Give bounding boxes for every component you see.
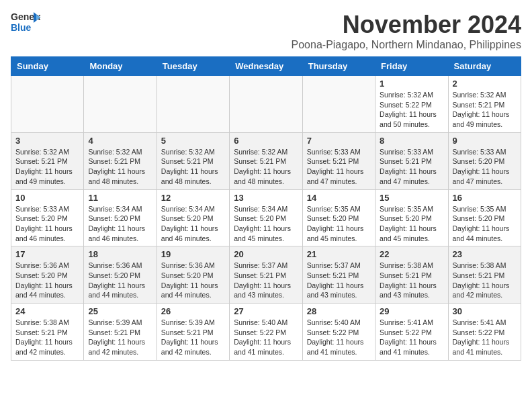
weekday-header-sunday: Sunday (11, 57, 84, 76)
calendar-day-cell: 28Sunrise: 5:40 AM Sunset: 5:22 PM Dayli… (302, 304, 375, 361)
day-number: 23 (453, 249, 517, 259)
day-info: Sunrise: 5:32 AM Sunset: 5:21 PM Dayligh… (161, 147, 225, 187)
day-info: Sunrise: 5:32 AM Sunset: 5:21 PM Dayligh… (88, 147, 152, 187)
day-info: Sunrise: 5:38 AM Sunset: 5:21 PM Dayligh… (453, 261, 517, 300)
day-number: 20 (234, 249, 298, 259)
day-number: 29 (380, 306, 443, 316)
day-info: Sunrise: 5:32 AM Sunset: 5:21 PM Dayligh… (15, 147, 79, 187)
calendar-week-4: 17Sunrise: 5:36 AM Sunset: 5:20 PM Dayli… (11, 246, 521, 304)
day-number: 4 (88, 136, 152, 146)
day-info: Sunrise: 5:36 AM Sunset: 5:20 PM Dayligh… (15, 261, 79, 300)
calendar-table: SundayMondayTuesdayWednesdayThursdayFrid… (11, 56, 521, 361)
day-info: Sunrise: 5:39 AM Sunset: 5:21 PM Dayligh… (161, 318, 225, 357)
title-section: November 2024 Poona-Piagapo, Northern Mi… (292, 11, 521, 51)
calendar-header-row: SundayMondayTuesdayWednesdayThursdayFrid… (11, 57, 521, 76)
calendar-day-cell: 29Sunrise: 5:41 AM Sunset: 5:22 PM Dayli… (375, 304, 448, 361)
calendar-day-cell: 1Sunrise: 5:32 AM Sunset: 5:22 PM Daylig… (375, 76, 448, 133)
calendar-day-cell: 9Sunrise: 5:33 AM Sunset: 5:20 PM Daylig… (448, 132, 521, 189)
day-info: Sunrise: 5:32 AM Sunset: 5:21 PM Dayligh… (234, 147, 298, 187)
day-number: 14 (307, 193, 371, 203)
calendar-day-cell: 14Sunrise: 5:35 AM Sunset: 5:20 PM Dayli… (302, 189, 375, 246)
day-number: 25 (88, 306, 152, 316)
day-number: 6 (234, 136, 298, 146)
day-number: 7 (307, 136, 371, 146)
day-info: Sunrise: 5:40 AM Sunset: 5:22 PM Dayligh… (307, 318, 371, 357)
calendar-day-cell: 25Sunrise: 5:39 AM Sunset: 5:21 PM Dayli… (84, 304, 157, 361)
logo-icon: General Blue (11, 11, 40, 38)
day-number: 24 (15, 306, 79, 316)
day-info: Sunrise: 5:35 AM Sunset: 5:20 PM Dayligh… (380, 204, 443, 244)
weekday-header-monday: Monday (84, 57, 157, 76)
calendar-day-cell: 21Sunrise: 5:37 AM Sunset: 5:21 PM Dayli… (302, 246, 375, 304)
day-number: 11 (88, 193, 152, 203)
day-number: 17 (15, 249, 79, 259)
day-info: Sunrise: 5:41 AM Sunset: 5:22 PM Dayligh… (380, 318, 443, 357)
calendar-day-cell (84, 76, 157, 133)
calendar-day-cell: 27Sunrise: 5:40 AM Sunset: 5:22 PM Dayli… (230, 304, 302, 361)
calendar-week-3: 10Sunrise: 5:33 AM Sunset: 5:20 PM Dayli… (11, 189, 521, 246)
calendar-day-cell: 26Sunrise: 5:39 AM Sunset: 5:21 PM Dayli… (157, 304, 229, 361)
day-info: Sunrise: 5:38 AM Sunset: 5:21 PM Dayligh… (380, 261, 443, 300)
page-header: General Blue November 2024 Poona-Piagapo… (11, 11, 521, 51)
weekday-header-saturday: Saturday (448, 57, 521, 76)
calendar-day-cell: 10Sunrise: 5:33 AM Sunset: 5:20 PM Dayli… (11, 189, 84, 246)
day-number: 28 (307, 306, 371, 316)
day-info: Sunrise: 5:32 AM Sunset: 5:21 PM Dayligh… (453, 90, 517, 130)
day-number: 12 (161, 193, 225, 203)
day-info: Sunrise: 5:36 AM Sunset: 5:20 PM Dayligh… (88, 261, 152, 300)
weekday-header-tuesday: Tuesday (157, 57, 229, 76)
calendar-day-cell (11, 76, 84, 133)
day-number: 15 (380, 193, 443, 203)
day-info: Sunrise: 5:34 AM Sunset: 5:20 PM Dayligh… (88, 204, 152, 244)
weekday-header-thursday: Thursday (302, 57, 375, 76)
day-number: 18 (88, 249, 152, 259)
day-info: Sunrise: 5:37 AM Sunset: 5:21 PM Dayligh… (307, 261, 371, 300)
calendar-day-cell: 19Sunrise: 5:36 AM Sunset: 5:20 PM Dayli… (157, 246, 229, 304)
day-info: Sunrise: 5:38 AM Sunset: 5:21 PM Dayligh… (15, 318, 79, 357)
calendar-day-cell: 6Sunrise: 5:32 AM Sunset: 5:21 PM Daylig… (230, 132, 302, 189)
calendar-day-cell (230, 76, 302, 133)
calendar-week-1: 1Sunrise: 5:32 AM Sunset: 5:22 PM Daylig… (11, 76, 521, 133)
calendar-week-5: 24Sunrise: 5:38 AM Sunset: 5:21 PM Dayli… (11, 304, 521, 361)
day-number: 3 (15, 136, 79, 146)
weekday-header-wednesday: Wednesday (230, 57, 302, 76)
calendar-day-cell: 18Sunrise: 5:36 AM Sunset: 5:20 PM Dayli… (84, 246, 157, 304)
calendar-day-cell: 22Sunrise: 5:38 AM Sunset: 5:21 PM Dayli… (375, 246, 448, 304)
calendar-day-cell (157, 76, 229, 133)
calendar-day-cell: 13Sunrise: 5:34 AM Sunset: 5:20 PM Dayli… (230, 189, 302, 246)
logo: General Blue (11, 11, 40, 38)
day-info: Sunrise: 5:32 AM Sunset: 5:22 PM Dayligh… (380, 90, 443, 130)
calendar-day-cell (302, 76, 375, 133)
day-number: 8 (380, 136, 443, 146)
weekday-header-friday: Friday (375, 57, 448, 76)
calendar-day-cell: 15Sunrise: 5:35 AM Sunset: 5:20 PM Dayli… (375, 189, 448, 246)
day-number: 30 (453, 306, 517, 316)
calendar-day-cell: 4Sunrise: 5:32 AM Sunset: 5:21 PM Daylig… (84, 132, 157, 189)
day-number: 13 (234, 193, 298, 203)
day-number: 2 (453, 79, 517, 89)
day-number: 9 (453, 136, 517, 146)
day-number: 22 (380, 249, 443, 259)
day-number: 5 (161, 136, 225, 146)
day-number: 16 (453, 193, 517, 203)
day-info: Sunrise: 5:33 AM Sunset: 5:21 PM Dayligh… (380, 147, 443, 187)
calendar-day-cell: 3Sunrise: 5:32 AM Sunset: 5:21 PM Daylig… (11, 132, 84, 189)
day-number: 27 (234, 306, 298, 316)
day-info: Sunrise: 5:34 AM Sunset: 5:20 PM Dayligh… (234, 204, 298, 244)
day-number: 26 (161, 306, 225, 316)
day-info: Sunrise: 5:37 AM Sunset: 5:21 PM Dayligh… (234, 261, 298, 300)
day-info: Sunrise: 5:40 AM Sunset: 5:22 PM Dayligh… (234, 318, 298, 357)
day-info: Sunrise: 5:34 AM Sunset: 5:20 PM Dayligh… (161, 204, 225, 244)
day-info: Sunrise: 5:33 AM Sunset: 5:20 PM Dayligh… (15, 204, 79, 244)
day-number: 10 (15, 193, 79, 203)
calendar-day-cell: 8Sunrise: 5:33 AM Sunset: 5:21 PM Daylig… (375, 132, 448, 189)
calendar-day-cell: 30Sunrise: 5:41 AM Sunset: 5:22 PM Dayli… (448, 304, 521, 361)
day-number: 19 (161, 249, 225, 259)
day-info: Sunrise: 5:39 AM Sunset: 5:21 PM Dayligh… (88, 318, 152, 357)
day-info: Sunrise: 5:35 AM Sunset: 5:20 PM Dayligh… (453, 204, 517, 244)
calendar-day-cell: 7Sunrise: 5:33 AM Sunset: 5:21 PM Daylig… (302, 132, 375, 189)
day-number: 21 (307, 249, 371, 259)
calendar-day-cell: 5Sunrise: 5:32 AM Sunset: 5:21 PM Daylig… (157, 132, 229, 189)
location: Poona-Piagapo, Northern Mindanao, Philip… (292, 39, 521, 51)
calendar-day-cell: 23Sunrise: 5:38 AM Sunset: 5:21 PM Dayli… (448, 246, 521, 304)
